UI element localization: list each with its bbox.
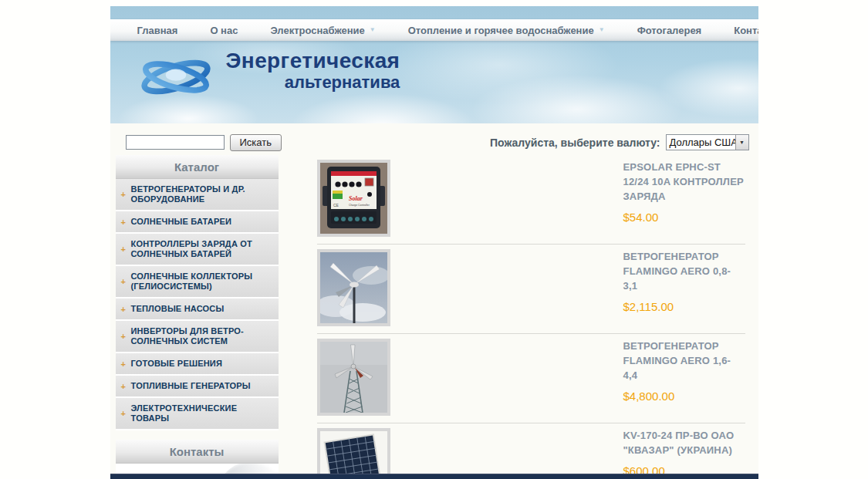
logo[interactable]: Энергетическая альтернатива: [135, 49, 400, 103]
contacts-box: 8(057)731-34-04 8(050)401-04-23 8(067)57…: [116, 464, 279, 474]
plus-bullet-icon: +: [121, 332, 127, 342]
solar-panel-illustration: [320, 431, 387, 474]
nav-item-home[interactable]: Главная: [121, 25, 194, 36]
nav-item-heating[interactable]: Отопление и горячее водоснабжение▼: [392, 25, 621, 36]
plus-bullet-icon: +: [121, 217, 127, 227]
currency-select[interactable]: Доллары США ▼: [666, 134, 749, 150]
search-input[interactable]: [126, 135, 225, 150]
product-price: $600.00: [623, 464, 745, 474]
main-nav: Главная О нас Электроснабжение▼ Отоплени…: [110, 19, 758, 41]
search-form: Искать: [126, 134, 282, 151]
currency-selected-value: Доллары США: [667, 135, 735, 150]
footer-bar: [110, 474, 758, 479]
phone-numbers: 8(057)731-34-04 8(050)401-04-23 8(067)57…: [116, 471, 279, 474]
sidebar-item-label: СОЛНЕЧНЫЕ БАТАРЕИ: [131, 217, 232, 226]
sidebar-item-inverters[interactable]: +ИНВЕРТОРЫ ДЛЯ ВЕТРО-СОЛНЕЧНЫХ СИСТЕМ: [116, 321, 279, 353]
product-image-wind-turbine[interactable]: [317, 249, 390, 326]
plus-bullet-icon: +: [121, 409, 127, 419]
catalog-header: Каталог: [116, 155, 279, 179]
product-row: ВЕТРОГЕНЕРАТОР FLAMINGO AERO 1,6-4,4 $4,…: [317, 334, 745, 423]
page-container: Главная О нас Электроснабжение▼ Отоплени…: [110, 6, 758, 479]
nav-item-contacts[interactable]: Контакты: [718, 25, 758, 36]
chevron-down-icon: ▼: [370, 27, 376, 33]
select-arrow-icon[interactable]: ▼: [735, 135, 748, 150]
contacts-header: Контакты: [116, 440, 279, 464]
product-title[interactable]: EPSOLAR EPHC-ST 12/24 10A КОНТРОЛЛЕР ЗАР…: [623, 160, 745, 204]
sidebar-item-heat-pumps[interactable]: +ТЕПЛОВЫЕ НАСОСЫ: [116, 299, 279, 321]
content-area: Искать Пожалуйста, выберите валюту: Долл…: [110, 123, 758, 474]
atom-orbits-icon: [135, 51, 217, 103]
currency-picker: Пожалуйста, выберите валюту: Доллары США…: [490, 134, 749, 150]
nav-item-about[interactable]: О нас: [194, 25, 254, 36]
wind-turbine-lattice-illustration: [320, 342, 387, 413]
product-title[interactable]: KV-170-24 ПР-ВО ОАО "КВАЗАР" (УКРАИНА): [623, 428, 745, 457]
nav-item-label: Электроснабжение: [270, 25, 364, 36]
product-row: ВЕТРОГЕНЕРАТОР FLAMINGO AERO 0,8-3,1 $2,…: [317, 245, 745, 334]
sidebar-item-solar-batteries[interactable]: +СОЛНЕЧНЫЕ БАТАРЕИ: [116, 211, 279, 234]
product-image-wind-turbine-lattice[interactable]: [317, 339, 390, 416]
controller-brand-text: Solar: [349, 195, 363, 202]
search-button[interactable]: Искать: [230, 134, 282, 151]
product-price: $4,800.00: [623, 390, 745, 403]
sidebar-item-label: КОНТРОЛЛЕРЫ ЗАРЯДА ОТ СОЛНЕЧНЫХ БАТАРЕЙ: [131, 239, 252, 258]
sidebar-item-label: ВЕТРОГЕНЕРАТОРЫ И ДР. ОБОРУДОВАНИЕ: [131, 184, 245, 204]
site-title-line2: альтернатива: [226, 73, 400, 91]
wind-turbine-illustration: [320, 252, 387, 323]
sidebar-item-label: ТОПЛИВНЫЕ ГЕНЕРАТОРЫ: [131, 381, 251, 390]
nav-item-label: Главная: [137, 25, 178, 36]
site-header: Главная О нас Электроснабжение▼ Отоплени…: [110, 6, 758, 123]
controller-sub-text: Charge Controller: [349, 204, 370, 207]
nav-item-label: Отопление и горячее водоснабжение: [408, 25, 594, 36]
currency-label: Пожалуйста, выберите валюту:: [490, 137, 660, 149]
product-image-solar-panel[interactable]: [317, 428, 390, 474]
product-info: ВЕТРОГЕНЕРАТОР FLAMINGO AERO 1,6-4,4 $4,…: [623, 339, 745, 403]
product-title[interactable]: ВЕТРОГЕНЕРАТОР FLAMINGO AERO 1,6-4,4: [623, 339, 745, 383]
plus-bullet-icon: +: [121, 277, 127, 287]
plus-bullet-icon: +: [121, 190, 127, 200]
sidebar-item-wind-generators[interactable]: +ВЕТРОГЕНЕРАТОРЫ И ДР. ОБОРУДОВАНИЕ: [116, 179, 279, 211]
product-info: KV-170-24 ПР-ВО ОАО "КВАЗАР" (УКРАИНА) $…: [623, 428, 745, 474]
product-price: $2,115.00: [623, 300, 745, 313]
sidebar-item-label: ГОТОВЫЕ РЕШЕНИЯ: [131, 359, 223, 368]
nav-item-power-supply[interactable]: Электроснабжение▼: [254, 25, 391, 36]
nav-item-label: Контакты: [734, 25, 758, 36]
product-price: $54.00: [623, 211, 745, 224]
content-columns: Каталог +ВЕТРОГЕНЕРАТОРЫ И ДР. ОБОРУДОВА…: [110, 151, 758, 474]
product-info: EPSOLAR EPHC-ST 12/24 10A КОНТРОЛЛЕР ЗАР…: [623, 160, 745, 224]
sidebar-item-label: ИНВЕРТОРЫ ДЛЯ ВЕТРО-СОЛНЕЧНЫХ СИСТЕМ: [131, 326, 244, 346]
solar-charge-controller-illustration: Solar Charge Controller CE: [320, 163, 387, 234]
nav-item-label: О нас: [210, 25, 238, 36]
product-row: Solar Charge Controller CE EPSOLAR EPHC-…: [317, 155, 745, 245]
sidebar-item-charge-controllers[interactable]: +КОНТРОЛЛЕРЫ ЗАРЯДА ОТ СОЛНЕЧНЫХ БАТАРЕЙ: [116, 234, 279, 266]
chevron-down-icon: ▼: [599, 27, 605, 33]
sidebar: Каталог +ВЕТРОГЕНЕРАТОРЫ И ДР. ОБОРУДОВА…: [116, 155, 279, 474]
product-image-solar-charge-controller[interactable]: Solar Charge Controller CE: [317, 160, 390, 237]
product-list: Solar Charge Controller CE EPSOLAR EPHC-…: [317, 155, 745, 474]
plus-bullet-icon: +: [121, 381, 127, 391]
sidebar-item-electrotechnical-goods[interactable]: +ЭЛЕКТРОТЕХНИЧЕСКИЕ ТОВАРЫ: [116, 398, 279, 430]
sidebar-item-label: СОЛНЕЧНЫЕ КОЛЛЕКТОРЫ (ГЕЛИОСИСТЕМЫ): [131, 272, 253, 291]
sidebar-item-ready-solutions[interactable]: +ГОТОВЫЕ РЕШЕНИЯ: [116, 353, 279, 376]
site-title: Энергетическая альтернатива: [226, 49, 400, 91]
plus-bullet-icon: +: [121, 304, 127, 314]
phone-number: 8(057)731-34-04: [116, 471, 228, 474]
nav-item-label: Фотогалерея: [637, 25, 702, 36]
sidebar-item-label: ЭЛЕКТРОТЕХНИЧЕСКИЕ ТОВАРЫ: [131, 403, 238, 423]
sidebar-item-fuel-generators[interactable]: +ТОПЛИВНЫЕ ГЕНЕРАТОРЫ: [116, 376, 279, 398]
product-row: KV-170-24 ПР-ВО ОАО "КВАЗАР" (УКРАИНА) $…: [317, 423, 745, 474]
sidebar-item-label: ТЕПЛОВЫЕ НАСОСЫ: [131, 304, 225, 313]
product-info: ВЕТРОГЕНЕРАТОР FLAMINGO AERO 0,8-3,1 $2,…: [623, 249, 745, 313]
ce-mark: CE: [333, 203, 339, 207]
product-title[interactable]: ВЕТРОГЕНЕРАТОР FLAMINGO AERO 0,8-3,1: [623, 249, 745, 293]
toolbar: Искать Пожалуйста, выберите валюту: Долл…: [110, 123, 758, 151]
sidebar-item-solar-collectors[interactable]: +СОЛНЕЧНЫЕ КОЛЛЕКТОРЫ (ГЕЛИОСИСТЕМЫ): [116, 266, 279, 299]
nav-item-gallery[interactable]: Фотогалерея: [621, 25, 718, 36]
plus-bullet-icon: +: [121, 359, 127, 369]
site-title-line1: Энергетическая: [226, 49, 400, 72]
plus-bullet-icon: +: [121, 245, 127, 255]
